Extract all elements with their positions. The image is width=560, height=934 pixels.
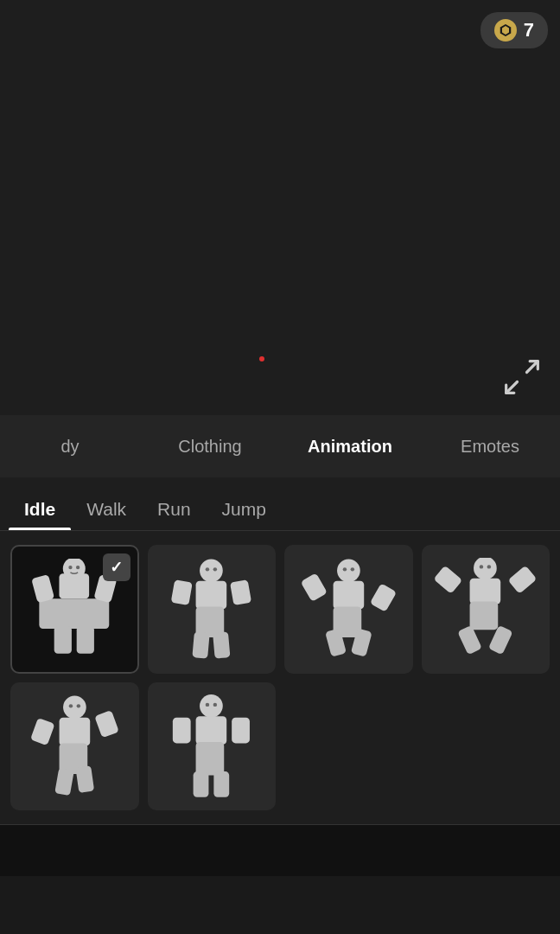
svg-rect-8 [40,599,110,630]
svg-rect-28 [370,583,397,612]
char-figure-2 [160,558,263,661]
animation-grid-row1: ✓ [10,545,550,674]
svg-rect-48 [75,765,94,793]
svg-rect-20 [193,631,210,658]
check-icon: ✓ [110,558,123,577]
svg-rect-45 [30,718,55,745]
svg-rect-57 [214,771,230,797]
animation-item-6[interactable] [148,682,277,811]
svg-point-23 [343,567,347,571]
nav-tabs: dy Clothing Animation Emotes [0,415,560,477]
tab-emotes[interactable]: Emotes [420,415,560,477]
svg-point-42 [76,704,80,707]
svg-point-32 [480,565,483,568]
svg-rect-43 [59,718,90,746]
sub-tabs: Idle Walk Run Jump [0,477,560,531]
subtab-run[interactable]: Run [142,499,207,530]
svg-rect-35 [470,601,499,630]
robux-icon [494,19,517,42]
svg-rect-18 [171,579,193,605]
animation-item-5[interactable] [10,682,139,811]
svg-rect-46 [94,710,119,738]
tab-clothing[interactable]: Clothing [140,415,280,477]
svg-rect-25 [333,581,364,610]
svg-rect-27 [300,573,327,602]
svg-point-31 [474,558,497,579]
subtab-walk[interactable]: Walk [71,499,142,530]
game-viewport: 7 [0,0,560,415]
svg-rect-47 [54,768,74,796]
animation-item-2[interactable] [148,545,277,674]
animation-item-4[interactable] [422,545,550,674]
svg-rect-12 [77,626,94,654]
svg-point-7 [76,566,80,569]
notification-dot [259,356,264,361]
svg-rect-52 [196,717,227,745]
svg-rect-36 [434,566,462,594]
svg-rect-21 [213,631,230,658]
svg-rect-16 [196,581,227,610]
svg-point-33 [487,565,491,568]
svg-point-51 [213,703,217,707]
char-figure-4 [434,558,537,661]
svg-rect-53 [196,742,225,776]
svg-rect-55 [232,718,251,744]
subtab-jump[interactable]: Jump [207,499,282,530]
svg-rect-19 [230,579,251,605]
svg-rect-54 [173,718,191,744]
svg-point-50 [206,703,209,707]
tab-body[interactable]: dy [0,415,140,477]
compress-button[interactable] [500,355,544,400]
svg-line-3 [506,382,518,393]
svg-rect-9 [32,575,55,604]
animation-item-3[interactable] [284,545,413,674]
animation-item-1[interactable]: ✓ [10,545,139,674]
tab-animation[interactable]: Animation [280,415,420,477]
svg-point-6 [69,566,73,569]
svg-rect-11 [54,626,72,654]
bottom-bar [0,824,560,876]
svg-rect-34 [470,579,501,605]
currency-badge: 7 [480,12,548,48]
char-figure-6 [160,694,263,797]
svg-rect-37 [508,566,537,594]
svg-point-24 [350,567,353,571]
svg-point-40 [63,696,86,720]
currency-amount: 7 [524,19,534,42]
svg-point-49 [200,694,223,718]
char-figure-3 [297,558,400,661]
svg-point-14 [206,567,209,571]
subtab-idle[interactable]: Idle [9,499,71,530]
svg-point-22 [337,559,360,582]
grid-placeholder-2 [422,682,550,811]
svg-point-15 [213,567,217,571]
svg-point-13 [200,559,223,582]
svg-point-41 [69,704,73,707]
animation-grid-area: ✓ [0,531,560,824]
svg-rect-56 [194,771,209,797]
svg-line-2 [527,361,538,373]
grid-placeholder-1 [284,682,413,811]
selected-check-overlay: ✓ [103,553,130,581]
char-figure-5 [23,694,126,797]
animation-grid-row2 [10,682,550,811]
